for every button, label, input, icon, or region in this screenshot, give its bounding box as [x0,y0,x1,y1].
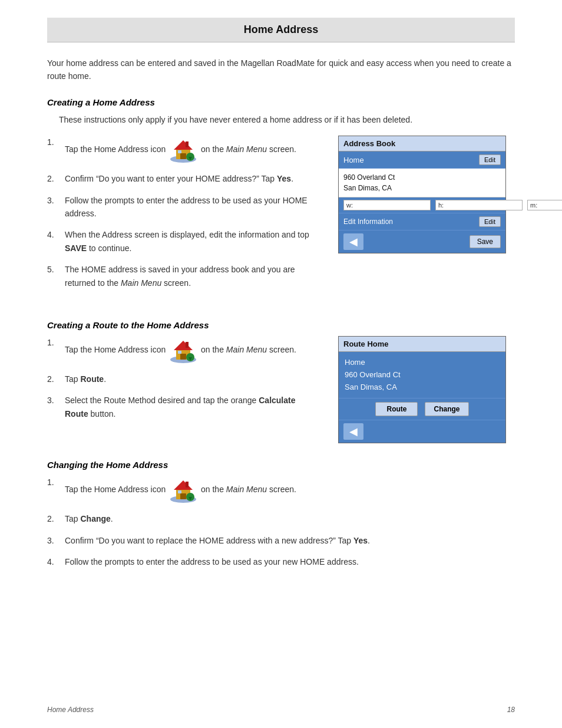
step-num-1-3: 3. [47,194,65,207]
svg-marker-3 [174,140,193,150]
ab-field-m[interactable] [527,200,562,210]
ab-info-edit-button[interactable]: Edit [479,216,501,227]
section-creating-home: Creating a Home Address These instructio… [47,97,515,304]
step-num-3-4: 4. [47,555,65,568]
svg-rect-18 [180,493,186,499]
section-changing-home: Changing the Home Address 1. Tap the Hom… [47,460,515,568]
svg-rect-12 [186,342,189,348]
section-creating-route: Creating a Route to the Home Address 1. … [47,320,515,443]
step-content-2-3: Select the Route Method desired and tap … [65,394,320,420]
step-num-2-2: 2. [47,373,65,386]
step-3-1: 1. Tap the Home Address icon [47,476,515,504]
ab-home-label: Home [343,156,364,164]
section3-steps-list: 1. Tap the Home Address icon [47,476,515,568]
step-num-3-1: 1. [47,476,65,489]
ab-fields-row [339,197,505,213]
step-2-2: 2. Tap Route. [47,373,320,386]
rh-address-line3: San Dimas, CA [345,381,500,394]
step-text-after-2-1: on the Main Menu screen. [201,345,296,354]
step-num-1-4: 4. [47,228,65,241]
step-text-after-1-1: on the Main Menu screen. [201,144,296,154]
home-address-icon-2 [168,336,199,364]
section1-steps-area: 1. Tap the Home Address icon [47,136,515,304]
ab-edit-button[interactable]: Edit [479,154,501,165]
rh-change-button[interactable]: Change [425,402,468,416]
step-text-before-3-1: Tap the Home Address icon [65,485,168,494]
step-content-1-1: Tap the Home Address icon [65,136,320,164]
ab-address-line2: San Dimas, CA [343,183,501,193]
page-footer: Home Address 18 [47,706,515,714]
svg-rect-4 [186,141,189,147]
step-1-3: 3. Follow the prompts to enter the addre… [47,194,320,220]
step-content-1-4: When the Address screen is displayed, ed… [65,228,320,255]
section1-steps-left: 1. Tap the Home Address icon [47,136,320,304]
step-content-3-2: Tap Change. [65,512,515,525]
home-icon-svg-3 [168,476,199,504]
ab-field-w[interactable] [343,200,431,210]
step-num-3-2: 2. [47,512,65,525]
step-num-2-3: 3. [47,394,65,407]
step-num-3-3: 3. [47,534,65,547]
address-book-screenshot: Address Book Home Edit 960 Overland Ct S… [338,136,515,253]
home-icon-svg-2 [168,336,199,364]
rh-address-line2: 960 Overland Ct [345,369,500,381]
step-num-1-1: 1. [47,136,65,149]
calculate-route-bold: Calculate Route [65,396,295,418]
svg-marker-19 [174,480,193,490]
step-content-2-2: Tap Route. [65,373,320,386]
section2-steps-area: 1. Tap the Home Address icon [47,336,515,443]
svg-rect-7 [178,150,181,153]
intro-text: Your home address can be entered and sav… [47,57,515,83]
page-header: Home Address [47,18,515,42]
rh-back-button[interactable]: ◀ [343,423,363,440]
step-1-2: 2. Confirm “Do you want to enter your HO… [47,172,320,185]
rh-route-button[interactable]: Route [375,402,418,416]
section2-heading: Creating a Route to the Home Address [47,320,515,330]
step-content-2-1: Tap the Home Address icon [65,336,320,364]
ab-save-button[interactable]: Save [470,235,501,248]
step-3-2: 2. Tap Change. [47,512,515,525]
step-content-1-3: Follow the prompts to enter the address … [65,194,320,220]
ab-field-h[interactable] [435,200,523,210]
svg-marker-11 [174,341,193,350]
home-address-icon-1 [168,136,199,164]
step-text-before-1-1: Tap the Home Address icon [65,144,168,154]
route-home-screenshot: Route Home Home 960 Overland Ct San Dima… [338,336,515,443]
step-content-1-5: The HOME address is saved in your addres… [65,263,320,289]
step-text-after-3-1: on the Main Menu screen. [201,485,296,494]
rh-title: Route Home [339,337,505,352]
footer-left: Home Address [47,706,94,714]
rh-content: Home 960 Overland Ct San Dimas, CA [339,352,505,398]
change-bold: Change [80,514,110,523]
yes-bold-3: Yes [353,536,368,545]
section1-heading: Creating a Home Address [47,97,515,107]
section2-steps-list: 1. Tap the Home Address icon [47,336,320,420]
svg-rect-20 [186,482,189,487]
rh-address-line1: Home [345,357,500,369]
save-bold-1: SAVE [65,243,87,253]
ab-address-area: 960 Overland Ct San Dimas, CA [339,169,505,197]
route-bold: Route [80,374,104,384]
step-content-3-3: Confirm “Do you want to replace the HOME… [65,534,515,547]
step-3-4: 4. Follow the prompts to enter the addre… [47,555,515,568]
rh-buttons-row: Route Change [339,398,505,420]
svg-rect-23 [178,490,181,493]
svg-rect-15 [178,351,181,354]
step-2-3: 3. Select the Route Method desired and t… [47,394,320,420]
page-title: Home Address [47,24,515,36]
ab-back-button[interactable]: ◀ [343,233,363,250]
section1-subtext: These instructions only apply if you hav… [59,113,515,126]
ab-bottom-row: ◀ Save [339,230,505,253]
page-wrapper: Home Address Your home address can be en… [0,0,562,728]
home-icon-svg-1 [168,136,199,164]
svg-rect-2 [180,153,186,159]
section2-steps-left: 1. Tap the Home Address icon [47,336,320,434]
step-content-1-2: Confirm “Do you want to enter your HOME … [65,172,320,185]
ab-home-row: Home Edit [339,151,505,169]
svg-rect-10 [180,354,186,360]
ab-info-label: Edit Information [343,218,393,226]
step-1-1: 1. Tap the Home Address icon [47,136,320,164]
ab-info-row: Edit Information Edit [339,213,505,230]
footer-right: 18 [507,706,515,714]
ab-address-line1: 960 Overland Ct [343,172,501,183]
